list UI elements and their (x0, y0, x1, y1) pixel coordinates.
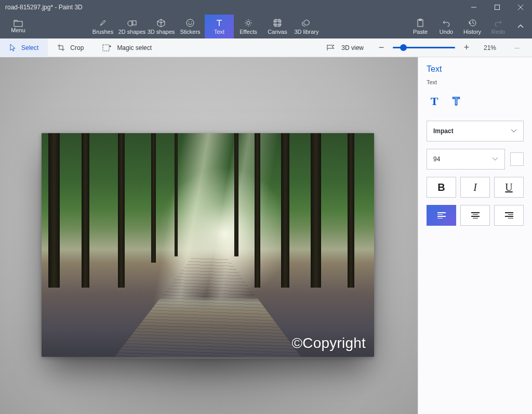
font-size-value: 94 (433, 156, 440, 163)
panel-section-label: Text (427, 79, 524, 85)
font-family-dropdown[interactable]: Impact (427, 121, 524, 141)
more-options-button[interactable]: ··· (509, 44, 525, 51)
sticker-icon (186, 18, 194, 28)
text-icon (216, 18, 223, 28)
tool-label: Paste (413, 29, 428, 35)
shapes-2d-icon (127, 18, 137, 28)
title-bar: road-815297.jpg* - Paint 3D (0, 0, 532, 15)
svg-line-16 (250, 25, 251, 26)
tool-2d-shapes[interactable]: 2D shapes (117, 15, 147, 38)
crop-label: Crop (70, 44, 84, 51)
text-color-swatch[interactable] (510, 152, 524, 166)
3d-view-toggle[interactable]: 3D view (321, 38, 370, 57)
canvas-viewport[interactable]: ©Copyright (0, 57, 418, 414)
align-center-button[interactable] (460, 205, 490, 226)
zoom-in-button[interactable]: + (462, 42, 471, 53)
collapse-ribbon-button[interactable] (511, 15, 530, 38)
svg-point-8 (189, 21, 190, 22)
tool-label: Redo (491, 29, 505, 35)
svg-rect-1 (495, 5, 499, 10)
chevron-down-icon (492, 157, 498, 161)
close-button[interactable] (509, 0, 532, 15)
paste-button[interactable]: Paste (407, 15, 433, 38)
tool-label: Effects (240, 29, 257, 35)
zoom-slider[interactable] (393, 47, 455, 48)
align-right-button[interactable] (494, 205, 524, 226)
redo-icon (494, 18, 502, 28)
magic-select-label: Magic select (117, 44, 152, 51)
menu-label: Menu (11, 27, 25, 33)
tool-label: Text (214, 29, 224, 35)
cursor-icon (9, 44, 16, 51)
3d-view-label: 3D view (341, 44, 364, 51)
svg-line-15 (246, 20, 247, 21)
svg-rect-19 (274, 20, 281, 26)
tool-label: Canvas (268, 29, 287, 35)
redo-button[interactable]: Redo (485, 15, 511, 38)
align-left-icon (437, 212, 446, 218)
italic-button[interactable]: I (460, 177, 490, 198)
canvas-shadow (31, 359, 384, 414)
underline-button[interactable]: U (494, 177, 524, 198)
tool-3d-library[interactable]: 3D library (292, 15, 321, 38)
chevron-up-icon (517, 24, 524, 29)
tool-effects[interactable]: Effects (234, 15, 263, 38)
2d-text-button[interactable]: T (427, 94, 442, 109)
watermark-text: ©Copyright (292, 335, 366, 352)
svg-line-17 (250, 20, 251, 21)
chevron-down-icon (511, 129, 517, 133)
library-icon (302, 18, 311, 28)
zoom-out-button[interactable]: − (377, 42, 385, 53)
cube-icon (157, 18, 165, 28)
tool-text[interactable]: Text (205, 15, 234, 38)
canvas-image[interactable]: ©Copyright (42, 133, 374, 357)
font-size-dropdown[interactable]: 94 (427, 149, 505, 170)
svg-point-9 (191, 21, 192, 22)
history-button[interactable]: History (459, 15, 485, 38)
svg-point-7 (187, 19, 194, 27)
svg-rect-27 (103, 45, 109, 51)
tool-canvas[interactable]: Canvas (263, 15, 292, 38)
maximize-button[interactable] (485, 0, 509, 15)
effects-icon (244, 18, 252, 28)
align-center-icon (471, 212, 480, 218)
svg-point-10 (247, 21, 250, 24)
bold-button[interactable]: B (427, 177, 456, 198)
tool-label: 2D shapes (118, 29, 146, 35)
folder-icon (14, 20, 23, 27)
panel-heading: Text (427, 64, 524, 74)
tool-3d-shapes[interactable]: 3D shapes (147, 15, 176, 38)
select-tool[interactable]: Select (0, 38, 48, 57)
window-title: road-815297.jpg* - Paint 3D (0, 4, 462, 11)
tool-brushes[interactable]: Brushes (88, 15, 117, 38)
undo-icon (442, 18, 450, 28)
zoom-level[interactable]: 21% (478, 44, 502, 51)
tool-label: 3D library (294, 29, 318, 35)
tool-label: Undo (440, 29, 453, 35)
tool-stickers[interactable]: Stickers (176, 15, 205, 38)
magic-select-icon (102, 44, 112, 51)
select-label: Select (21, 44, 38, 51)
secondary-toolbar: Select Crop Magic select 3D view − + 21%… (0, 38, 532, 57)
ribbon-toolbar: Menu Brushes 2D shapes 3D shapes Sticker… (0, 15, 532, 38)
crop-icon (57, 44, 65, 51)
tool-label: Stickers (180, 29, 200, 35)
canvas-icon (273, 18, 282, 28)
svg-line-18 (246, 25, 247, 26)
crop-tool[interactable]: Crop (48, 38, 93, 57)
history-icon (468, 18, 476, 28)
forest-photo: ©Copyright (42, 133, 374, 357)
minimize-button[interactable] (462, 0, 485, 15)
tool-label: Brushes (92, 29, 113, 35)
text-panel: Text Text T T Impact 94 B I U (418, 57, 532, 414)
flag-icon (327, 44, 336, 51)
tool-label: 3D shapes (148, 29, 175, 35)
magic-select-tool[interactable]: Magic select (93, 38, 161, 57)
zoom-thumb[interactable] (400, 44, 407, 51)
undo-button[interactable]: Undo (433, 15, 459, 38)
3d-text-button[interactable]: T (448, 94, 464, 109)
menu-button[interactable]: Menu (0, 15, 36, 38)
align-left-button[interactable] (427, 205, 456, 226)
brush-icon (99, 18, 107, 28)
font-family-value: Impact (433, 127, 454, 135)
